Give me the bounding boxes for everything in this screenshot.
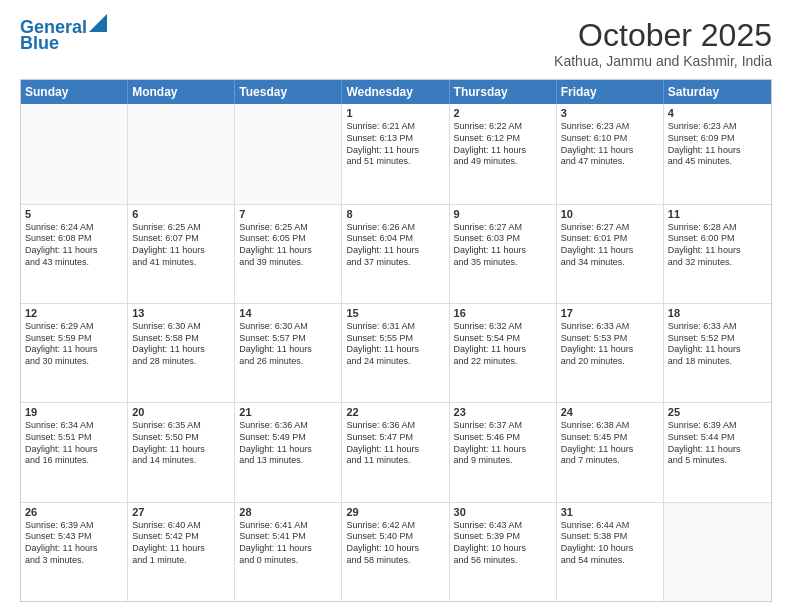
- cell-info-line: Sunset: 5:51 PM: [25, 432, 123, 444]
- cell-info-line: Daylight: 11 hours: [561, 245, 659, 257]
- cell-info-line: and 43 minutes.: [25, 257, 123, 269]
- cell-info-line: Sunset: 6:04 PM: [346, 233, 444, 245]
- day-number: 30: [454, 506, 552, 518]
- day-number: 9: [454, 208, 552, 220]
- day-number: 22: [346, 406, 444, 418]
- cell-info-line: and 41 minutes.: [132, 257, 230, 269]
- day-cell-14: 14Sunrise: 6:30 AMSunset: 5:57 PMDayligh…: [235, 304, 342, 402]
- cell-info-line: and 16 minutes.: [25, 455, 123, 467]
- cell-info-line: and 39 minutes.: [239, 257, 337, 269]
- day-cell-10: 10Sunrise: 6:27 AMSunset: 6:01 PMDayligh…: [557, 205, 664, 303]
- cell-info-line: Sunset: 5:50 PM: [132, 432, 230, 444]
- empty-cell: [664, 503, 771, 601]
- day-cell-8: 8Sunrise: 6:26 AMSunset: 6:04 PMDaylight…: [342, 205, 449, 303]
- cell-info-line: Sunset: 5:57 PM: [239, 333, 337, 345]
- calendar-row-0: 1Sunrise: 6:21 AMSunset: 6:13 PMDaylight…: [21, 104, 771, 203]
- cell-info-line: Sunrise: 6:34 AM: [25, 420, 123, 432]
- cell-info-line: Sunset: 6:01 PM: [561, 233, 659, 245]
- cell-info-line: Sunrise: 6:23 AM: [561, 121, 659, 133]
- cell-info-line: Sunrise: 6:32 AM: [454, 321, 552, 333]
- cell-info-line: and 45 minutes.: [668, 156, 767, 168]
- cell-info-line: Daylight: 11 hours: [25, 245, 123, 257]
- cell-info-line: Sunrise: 6:33 AM: [561, 321, 659, 333]
- cell-info-line: Daylight: 11 hours: [346, 245, 444, 257]
- day-number: 8: [346, 208, 444, 220]
- cell-info-line: and 22 minutes.: [454, 356, 552, 368]
- cell-info-line: Sunset: 5:49 PM: [239, 432, 337, 444]
- empty-cell: [235, 104, 342, 203]
- day-number: 13: [132, 307, 230, 319]
- cell-info-line: and 28 minutes.: [132, 356, 230, 368]
- day-number: 29: [346, 506, 444, 518]
- cell-info-line: and 18 minutes.: [668, 356, 767, 368]
- day-cell-17: 17Sunrise: 6:33 AMSunset: 5:53 PMDayligh…: [557, 304, 664, 402]
- cell-info-line: Daylight: 11 hours: [239, 245, 337, 257]
- cell-info-line: and 32 minutes.: [668, 257, 767, 269]
- cell-info-line: Sunset: 6:00 PM: [668, 233, 767, 245]
- header-cell-friday: Friday: [557, 80, 664, 104]
- cell-info-line: Sunset: 5:52 PM: [668, 333, 767, 345]
- cell-info-line: Sunrise: 6:37 AM: [454, 420, 552, 432]
- cell-info-line: Sunrise: 6:39 AM: [25, 520, 123, 532]
- cell-info-line: Sunset: 5:39 PM: [454, 531, 552, 543]
- cell-info-line: Sunrise: 6:33 AM: [668, 321, 767, 333]
- cell-info-line: Daylight: 11 hours: [132, 245, 230, 257]
- cell-info-line: Sunset: 5:53 PM: [561, 333, 659, 345]
- day-number: 20: [132, 406, 230, 418]
- header-cell-monday: Monday: [128, 80, 235, 104]
- cell-info-line: Daylight: 11 hours: [239, 543, 337, 555]
- cell-info-line: Sunset: 5:44 PM: [668, 432, 767, 444]
- day-cell-4: 4Sunrise: 6:23 AMSunset: 6:09 PMDaylight…: [664, 104, 771, 203]
- cell-info-line: Sunrise: 6:36 AM: [346, 420, 444, 432]
- day-number: 2: [454, 107, 552, 119]
- cell-info-line: Sunrise: 6:43 AM: [454, 520, 552, 532]
- cell-info-line: Daylight: 11 hours: [25, 543, 123, 555]
- header-cell-tuesday: Tuesday: [235, 80, 342, 104]
- cell-info-line: Sunset: 6:12 PM: [454, 133, 552, 145]
- cell-info-line: Daylight: 11 hours: [668, 344, 767, 356]
- header-cell-thursday: Thursday: [450, 80, 557, 104]
- cell-info-line: Daylight: 11 hours: [25, 344, 123, 356]
- cell-info-line: Sunrise: 6:40 AM: [132, 520, 230, 532]
- cell-info-line: Daylight: 11 hours: [561, 145, 659, 157]
- cell-info-line: and 56 minutes.: [454, 555, 552, 567]
- day-number: 27: [132, 506, 230, 518]
- cell-info-line: Sunrise: 6:42 AM: [346, 520, 444, 532]
- cell-info-line: Daylight: 10 hours: [561, 543, 659, 555]
- cell-info-line: Daylight: 11 hours: [561, 444, 659, 456]
- cell-info-line: and 3 minutes.: [25, 555, 123, 567]
- day-number: 28: [239, 506, 337, 518]
- cell-info-line: Sunrise: 6:30 AM: [239, 321, 337, 333]
- cell-info-line: Daylight: 11 hours: [132, 444, 230, 456]
- calendar-row-3: 19Sunrise: 6:34 AMSunset: 5:51 PMDayligh…: [21, 402, 771, 501]
- cell-info-line: Sunset: 6:10 PM: [561, 133, 659, 145]
- day-cell-11: 11Sunrise: 6:28 AMSunset: 6:00 PMDayligh…: [664, 205, 771, 303]
- cell-info-line: Daylight: 11 hours: [132, 344, 230, 356]
- cell-info-line: Sunrise: 6:36 AM: [239, 420, 337, 432]
- cell-info-line: Sunset: 5:40 PM: [346, 531, 444, 543]
- cell-info-line: and 26 minutes.: [239, 356, 337, 368]
- day-cell-24: 24Sunrise: 6:38 AMSunset: 5:45 PMDayligh…: [557, 403, 664, 501]
- cell-info-line: Daylight: 11 hours: [668, 444, 767, 456]
- cell-info-line: Daylight: 10 hours: [346, 543, 444, 555]
- day-cell-21: 21Sunrise: 6:36 AMSunset: 5:49 PMDayligh…: [235, 403, 342, 501]
- cell-info-line: Sunrise: 6:25 AM: [239, 222, 337, 234]
- calendar-row-2: 12Sunrise: 6:29 AMSunset: 5:59 PMDayligh…: [21, 303, 771, 402]
- cell-info-line: and 37 minutes.: [346, 257, 444, 269]
- day-number: 4: [668, 107, 767, 119]
- cell-info-line: Daylight: 11 hours: [454, 145, 552, 157]
- cell-info-line: Sunrise: 6:21 AM: [346, 121, 444, 133]
- day-number: 3: [561, 107, 659, 119]
- day-number: 18: [668, 307, 767, 319]
- cell-info-line: and 5 minutes.: [668, 455, 767, 467]
- cell-info-line: Sunrise: 6:26 AM: [346, 222, 444, 234]
- title-area: October 2025 Kathua, Jammu and Kashmir, …: [554, 18, 772, 69]
- day-cell-13: 13Sunrise: 6:30 AMSunset: 5:58 PMDayligh…: [128, 304, 235, 402]
- cell-info-line: Sunrise: 6:31 AM: [346, 321, 444, 333]
- location-subtitle: Kathua, Jammu and Kashmir, India: [554, 53, 772, 69]
- day-number: 21: [239, 406, 337, 418]
- cell-info-line: and 54 minutes.: [561, 555, 659, 567]
- day-number: 19: [25, 406, 123, 418]
- cell-info-line: Sunrise: 6:28 AM: [668, 222, 767, 234]
- cell-info-line: and 13 minutes.: [239, 455, 337, 467]
